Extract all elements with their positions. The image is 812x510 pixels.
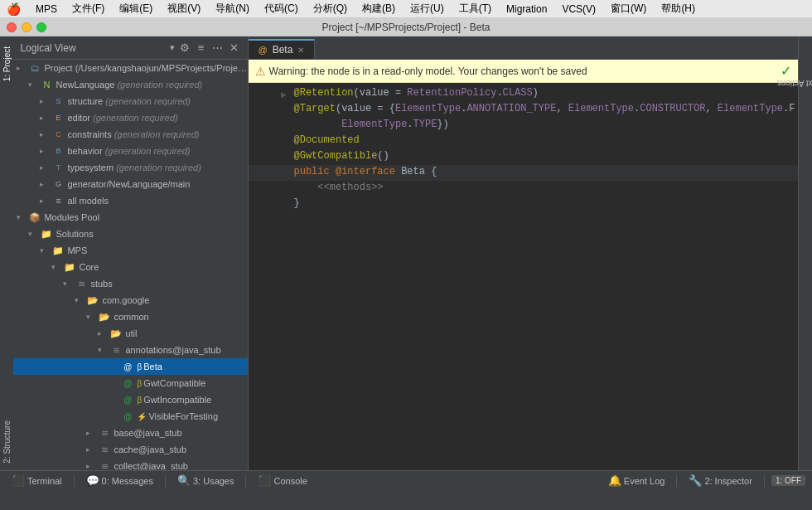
tree-item-gwtincompatible[interactable]: @ β GwtIncompatible (13, 391, 247, 408)
traffic-lights (7, 22, 46, 32)
menu-mps[interactable]: MPS (29, 2, 64, 17)
project-panel: Logical View ▾ ⚙ ≡ ⋯ ✕ ▸ 🗂 Project (/Use… (13, 36, 248, 470)
menu-window[interactable]: 窗口(W) (604, 0, 653, 17)
tree-item-constraints[interactable]: ▸ C constraints (generation required) (13, 126, 247, 143)
sidebar-tab-structure[interactable]: 2: Structure (1, 414, 13, 470)
tree-label-common: common (114, 312, 148, 322)
tree-item-typesystem[interactable]: ▸ T typesystem (generation required) (13, 159, 247, 176)
tree-item-core[interactable]: ▾ 📁 Core (13, 259, 247, 275)
code-editor[interactable]: ▶ @Retention(value = RetentionPolicy.CLA… (249, 83, 799, 470)
menu-edit[interactable]: 编辑(E) (113, 0, 159, 17)
line-number-3 (249, 118, 278, 134)
editor-tab-beta[interactable]: @ Beta ✕ (249, 39, 316, 59)
minimize-button[interactable] (22, 22, 31, 32)
line-marker-3 (278, 118, 291, 134)
usages-button[interactable]: 🔍 3: Usages (172, 473, 239, 488)
bottom-separator-2 (165, 475, 166, 487)
tree-item-modulespool[interactable]: ▾ 📦 Modules Pool (13, 209, 247, 226)
menu-file[interactable]: 文件(F) (65, 0, 111, 17)
inspector-button[interactable]: 🔧 2: Inspector (684, 473, 756, 488)
tree-item-base[interactable]: ▸ ≋ base@java_stub (13, 425, 247, 441)
console-button[interactable]: ⬛ Console (253, 473, 312, 488)
event-log-button[interactable]: 🔔 Event Log (603, 473, 670, 488)
menu-navigate[interactable]: 导航(N) (209, 0, 256, 17)
menu-run[interactable]: 运行(U) (404, 0, 451, 17)
editor-area: @ Beta ✕ ⚠ Warning: the node is in a rea… (249, 36, 799, 470)
terminal-button[interactable]: ⬛ Terminal (7, 473, 67, 488)
package-icon-com-google: 📂 (86, 294, 99, 307)
tree-label-allmodels: all models (67, 196, 109, 206)
line-number-5 (249, 149, 278, 165)
tree-label-annotations: annotations@java_stub (125, 345, 220, 355)
package-icon-base: ≋ (98, 426, 111, 440)
tree-item-stubs[interactable]: ▾ ≋ stubs (13, 275, 247, 292)
language-icon: N (40, 78, 53, 91)
code-line-1: ▶ @Retention(value = RetentionPolicy.CLA… (249, 86, 799, 102)
settings-icon[interactable]: ⚙ (178, 41, 191, 55)
code-line-7: <<methods>> (249, 181, 799, 197)
code-content-8: } (291, 197, 799, 212)
menu-vcs[interactable]: VCS(V) (555, 2, 602, 17)
tree-item-project[interactable]: ▸ 🗂 Project (/Users/kangshaojun/MPSProje… (13, 60, 247, 76)
tree-item-editor[interactable]: ▸ E editor (generation required) (13, 109, 247, 126)
warning-check-icon[interactable]: ✓ (781, 63, 791, 79)
code-line-2: @Target(value = {ElementType.ANNOTATION_… (249, 102, 799, 118)
event-log-label: Event Log (624, 476, 665, 486)
aspect-icon-typesystem: T (51, 161, 65, 174)
tree-label-typesystem: typesystem (generation required) (67, 163, 201, 172)
tree-item-behavior[interactable]: ▸ B behavior (generation required) (13, 143, 247, 159)
menu-build[interactable]: 构建(B) (355, 0, 402, 17)
tree-item-gwtcompatible[interactable]: @ β GwtCompatible (13, 375, 247, 391)
tree-item-annotations[interactable]: ▾ ≋ annotations@java_stub (13, 342, 247, 358)
tree-item-common[interactable]: ▾ 📂 common (13, 308, 247, 325)
tree-item-allmodels[interactable]: ▸ ≡ all models (13, 192, 247, 209)
project-tree: ▸ 🗂 Project (/Users/kangshaojun/MPSProje… (13, 60, 247, 470)
sort-icon[interactable]: ≡ (195, 41, 208, 55)
tree-item-solutions[interactable]: ▾ 📁 Solutions (13, 226, 247, 242)
options-icon[interactable]: ⋯ (211, 41, 225, 55)
fold-marker-1[interactable]: ▶ (281, 90, 287, 99)
menu-analyze[interactable]: 分析(Q) (307, 0, 354, 17)
tree-item-mps[interactable]: ▾ 📁 MPS (13, 242, 247, 259)
apple-menu[interactable]: 🍎 (7, 2, 21, 16)
messages-button[interactable]: 💬 0: Messages (81, 473, 158, 488)
code-line-3: ElementType.TYPE}) (249, 118, 799, 134)
tree-item-visiblefortesting[interactable]: @ ⚡ VisibleForTesting (13, 408, 247, 425)
package-icon-collect: ≋ (98, 459, 111, 470)
tree-item-com-google[interactable]: ▾ 📂 com.google (13, 292, 247, 308)
right-tab-context-actions[interactable]: Context Actions (770, 77, 812, 90)
code-line-8: } (249, 197, 799, 212)
package-icon-cache: ≋ (98, 443, 111, 456)
tree-item-cache[interactable]: ▸ ≋ cache@java_stub (13, 441, 247, 458)
code-content-4: @Documented (291, 134, 799, 149)
maximize-button[interactable] (36, 22, 46, 32)
menu-help[interactable]: 帮助(H) (655, 0, 702, 17)
dropdown-icon[interactable]: ▾ (170, 42, 175, 53)
line-number-1 (249, 86, 278, 102)
tab-close-icon[interactable]: ✕ (297, 46, 304, 55)
core-icon: 📁 (63, 260, 76, 274)
tree-label-behavior: behavior (generation required) (67, 146, 190, 156)
menu-migration[interactable]: Migration (500, 2, 553, 17)
project-icon: 🗂 (28, 61, 41, 75)
tree-item-newlanguage[interactable]: ▾ N NewLanguage (generation required) (13, 76, 247, 93)
tree-item-util[interactable]: ▸ 📂 util (13, 325, 247, 342)
tree-label-project: Project (/Users/kangshaojun/MPSProjects/… (44, 63, 247, 73)
editor-tabs: @ Beta ✕ (249, 36, 799, 60)
tree-item-beta[interactable]: @ β Beta (13, 358, 247, 375)
close-button[interactable] (7, 22, 17, 32)
left-sidebar-tabs: 1: Project 2: Structure (0, 36, 13, 470)
tree-item-collect[interactable]: ▸ ≋ collect@java_stub (13, 458, 247, 470)
tree-item-generator[interactable]: ▸ G generator/NewLanguage/main (13, 176, 247, 192)
tree-label-mps: MPS (67, 245, 87, 255)
sidebar-tab-project[interactable]: 1: Project (1, 40, 13, 88)
hide-icon[interactable]: ✕ (228, 41, 241, 55)
solutions-icon: 📁 (40, 227, 53, 240)
bottom-separator-3 (245, 475, 246, 487)
menu-code[interactable]: 代码(C) (258, 0, 305, 17)
menu-tools[interactable]: 工具(T) (452, 0, 498, 17)
menu-view[interactable]: 视图(V) (161, 0, 207, 17)
tab-beta-label: Beta (273, 44, 293, 56)
line-marker-1[interactable]: ▶ (278, 86, 291, 102)
tree-item-structure[interactable]: ▸ S structure (generation required) (13, 93, 247, 109)
